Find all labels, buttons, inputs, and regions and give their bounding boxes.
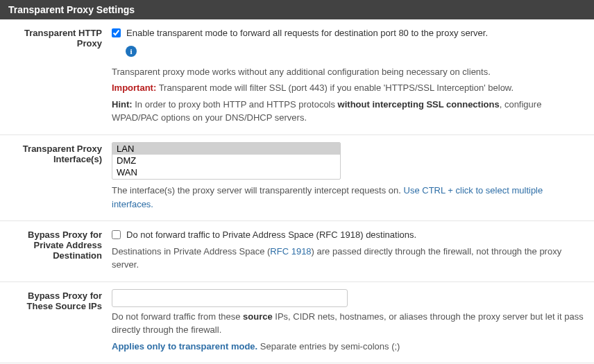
info-icon[interactable]: i	[126, 46, 137, 57]
label-bypass-private: Bypass Proxy for Private Address Destina…	[8, 228, 102, 272]
interface-option-dmz[interactable]: DMZ	[112, 155, 340, 166]
bypass-source-help: Do not forward traffic from these source…	[112, 310, 586, 337]
http-proxy-desc1: Transparent proxy mode works without any…	[112, 65, 586, 79]
label-http-proxy: Transparent HTTP Proxy	[8, 26, 102, 125]
bypass-private-checkbox-label: Do not forward traffic to Private Addres…	[126, 228, 416, 242]
bypass-source-applies-label: Applies only to transparent mode.	[112, 341, 257, 352]
bypass-source-help-pre: Do not forward traffic from these	[112, 311, 243, 322]
field-bypass-source: Do not forward traffic from these source…	[102, 289, 586, 354]
row-interfaces: Transparent Proxy Interface(s) LAN DMZ W…	[0, 135, 594, 222]
transparent-http-checkbox-label: Enable transparent mode to forward all r…	[126, 26, 488, 40]
rfc1918-link[interactable]: RFC 1918	[270, 246, 311, 257]
interfaces-help-pre: The interface(s) the proxy server will t…	[112, 185, 404, 196]
interfaces-help: The interface(s) the proxy server will t…	[112, 184, 586, 211]
panel-title: Transparent Proxy Settings	[0, 0, 594, 19]
bypass-private-checkbox[interactable]	[112, 230, 121, 239]
interface-option-lan[interactable]: LAN	[112, 143, 340, 155]
bypass-source-input[interactable]	[112, 289, 348, 307]
bypass-source-applies-post: Separate entries by semi-colons (;)	[257, 341, 400, 352]
interfaces-select[interactable]: LAN DMZ WAN	[112, 142, 341, 180]
svg-text:i: i	[130, 47, 132, 55]
hint-pre: In order to proxy both HTTP and HTTPS pr…	[133, 99, 338, 110]
row-bypass-private: Bypass Proxy for Private Address Destina…	[0, 221, 594, 282]
bypass-source-applies: Applies only to transparent mode. Separa…	[112, 340, 586, 354]
row-bypass-source: Bypass Proxy for These Source IPs Do not…	[0, 282, 594, 364]
row-http-proxy: Transparent HTTP Proxy Enable transparen…	[0, 19, 594, 135]
transparent-http-checkbox[interactable]	[112, 28, 121, 37]
important-label: Important:	[112, 83, 156, 93]
hint-bold: without intercepting SSL connections	[338, 99, 500, 110]
interface-option-wan[interactable]: WAN	[112, 166, 340, 178]
bypass-private-help-pre: Destinations in Private Address Space (	[112, 246, 270, 257]
hint-label: Hint:	[112, 99, 133, 110]
field-http-proxy: Enable transparent mode to forward all r…	[102, 26, 586, 125]
http-proxy-important: Important: Transparent mode will filter …	[112, 81, 586, 95]
label-interfaces: Transparent Proxy Interface(s)	[8, 142, 102, 211]
bypass-source-help-bold: source	[243, 311, 273, 322]
bypass-private-help: Destinations in Private Address Space (R…	[112, 245, 586, 272]
field-bypass-private: Do not forward traffic to Private Addres…	[102, 228, 586, 272]
label-bypass-source: Bypass Proxy for These Source IPs	[8, 289, 102, 354]
important-text: Transparent mode will filter SSL (port 4…	[156, 83, 514, 93]
field-interfaces: LAN DMZ WAN The interface(s) the proxy s…	[102, 142, 586, 211]
http-proxy-hint: Hint: In order to proxy both HTTP and HT…	[112, 98, 586, 125]
